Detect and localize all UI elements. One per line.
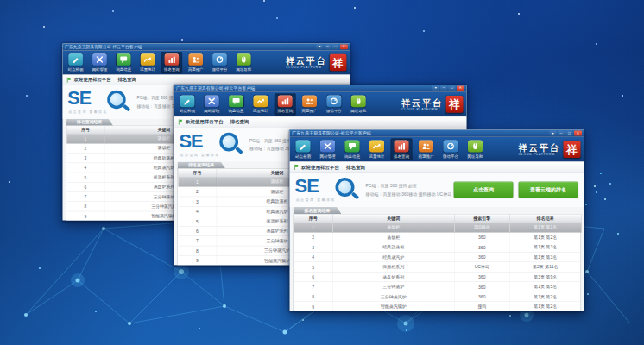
toolbar-item-label: 流量统计 xyxy=(369,154,385,160)
table-row[interactable]: 3经典款蒸柜360第1页 第3名 xyxy=(294,242,581,253)
tab-ranking-results[interactable]: 排名查询结果 xyxy=(66,119,113,126)
toolbar-item-traffic-stats[interactable]: 流量统计 xyxy=(249,93,271,115)
maximize-button[interactable]: □ xyxy=(332,44,339,49)
toolbar-item-site-nav[interactable]: 网址导航 xyxy=(233,52,254,73)
main-toolbar: 站点检测 网站管理 询盘信息 流量统计 xyxy=(174,92,466,116)
maximize-button[interactable]: □ xyxy=(449,85,456,91)
close-button[interactable]: ✕ xyxy=(340,44,348,49)
toolbar-item-ranking-query[interactable]: 排名查询 xyxy=(161,52,182,73)
chat-bubble-icon xyxy=(117,53,131,66)
table-row[interactable]: 9智能蒸汽锅炉搜狗第1页 第2名 xyxy=(294,302,581,311)
toolbar-item-traffic-stats[interactable]: 流量统计 xyxy=(137,52,158,73)
main-toolbar: 站点检测 网站管理 询盘信息 流量统计 xyxy=(290,137,584,162)
toolbar-item-inquiry-info[interactable]: 询盘信息 xyxy=(342,138,363,160)
users-icon xyxy=(188,53,203,66)
minimize-button[interactable]: ─ xyxy=(558,131,565,136)
table-cell: 3 xyxy=(294,242,332,253)
table-row[interactable]: 4经典蒸汽炉360第1页 第3名 xyxy=(294,252,581,262)
breadcrumb: 欢迎使用祥云平台 排名查询 xyxy=(290,162,584,173)
table-row[interactable]: 1蒸饭柜360移动第1页 第1名 xyxy=(294,223,581,233)
toolbar-item-ranking-query[interactable]: 排名查询 xyxy=(275,93,296,115)
line-chart-icon xyxy=(369,140,384,152)
toolbar-item-site-nav[interactable]: 网址导航 xyxy=(348,93,369,115)
toolbar-item-site-manage[interactable]: 网站管理 xyxy=(201,93,223,115)
toolbar-item-wechat-platform[interactable]: 微信平台 xyxy=(209,52,230,73)
tab-ranking-results[interactable]: 排名查询结果 xyxy=(294,207,342,214)
toolbar-item-site-check[interactable]: 站点检测 xyxy=(293,138,314,160)
view-cloud-ranking-button[interactable]: 查看云端的排名 xyxy=(519,182,578,198)
minimize-button[interactable]: ─ xyxy=(440,85,447,91)
table-row[interactable]: 2蒸饭柜360第1页 第2名 xyxy=(294,232,581,242)
flag-icon xyxy=(178,119,182,124)
tools-icon xyxy=(205,95,219,107)
bar-chart-icon xyxy=(278,95,293,107)
results-table: 序号 关键词 搜索引擎 排名结果 1蒸饭柜360移动第1页 第1名2蒸饭柜360… xyxy=(294,214,581,311)
table-cell: 4 xyxy=(178,206,217,216)
toolbar-item-alliance-promo[interactable]: 商盟推广 xyxy=(415,138,437,160)
toolbar-item-wechat-platform[interactable]: 微信平台 xyxy=(323,93,344,115)
table-row[interactable]: 5保温柜系列UC神马第2页 第11名 xyxy=(294,262,581,273)
toolbar-item-alliance-promo[interactable]: 商盟推广 xyxy=(299,93,320,115)
table-row[interactable]: 8三分钟蒸汽炉360第1页 第2名 xyxy=(294,292,581,302)
query-button[interactable]: 点击查询 xyxy=(454,182,514,198)
toolbar-item-site-manage[interactable]: 网站管理 xyxy=(317,138,338,160)
toolbar-item-wechat-platform[interactable]: 微信平台 xyxy=(440,138,462,160)
toolbar-item-site-manage[interactable]: 网站管理 xyxy=(89,52,110,73)
magnifier-handle xyxy=(123,104,130,112)
seo-tagline: 点击查询 查看排名 xyxy=(296,198,337,203)
menu-arrow-button[interactable]: ▾ xyxy=(550,131,557,136)
column-header-index: 序号 xyxy=(178,169,217,177)
window-title: 广东九鼎王厨具有限公司-祥云平台客户端 xyxy=(292,130,550,136)
table-cell: 7 xyxy=(66,192,104,202)
toolbar-item-label: 流量统计 xyxy=(140,66,155,72)
toolbar-item-label: 站点检测 xyxy=(68,66,84,72)
table-cell: 1 xyxy=(294,223,332,233)
search-engine-info: PC端：百度 360 搜狗 必应 移动端：百度移动 360移动 搜狗移动 UC神… xyxy=(366,182,452,198)
toolbar-item-inquiry-info[interactable]: 询盘信息 xyxy=(225,93,247,115)
toolbar-item-label: 站点检测 xyxy=(180,109,195,114)
window-titlebar[interactable]: 广东九鼎王厨具有限公司-祥云平台客户端 ▾ ─ □ ✕ xyxy=(174,85,466,91)
window-titlebar[interactable]: 广东九鼎王厨具有限公司-祥云平台客户端 ▾ ─ □ ✕ xyxy=(290,130,584,138)
toolbar-item-label: 网站管理 xyxy=(320,154,336,160)
window-titlebar[interactable]: 广东九鼎王厨具有限公司-祥云平台客户端 ▾ ─ □ ✕ xyxy=(62,43,350,50)
toolbar-item-traffic-stats[interactable]: 流量统计 xyxy=(366,138,388,160)
maximize-button[interactable]: □ xyxy=(566,131,573,136)
menu-arrow-button[interactable]: ▾ xyxy=(432,85,439,91)
table-cell: 保温柜系列 xyxy=(332,262,454,273)
toolbar-item-label: 排名查询 xyxy=(164,66,180,72)
table-cell: 5 xyxy=(294,262,332,273)
table-cell: 9 xyxy=(178,256,217,266)
tab-ranking-results[interactable]: 排名查询结果 xyxy=(177,161,225,168)
table-cell: 蒸盘炉系列 xyxy=(332,272,454,282)
toolbar-item-ranking-query[interactable]: 排名查询 xyxy=(391,138,413,160)
toolbar-item-label: 网址导航 xyxy=(468,154,483,160)
table-cell: 2 xyxy=(66,143,104,153)
toolbar-item-label: 流量统计 xyxy=(253,109,268,114)
table-cell: 蒸饭柜 xyxy=(332,223,454,233)
toolbar-item-site-check[interactable]: 站点检测 xyxy=(176,93,198,115)
magnifier-handle xyxy=(235,147,243,154)
breadcrumb: 欢迎使用祥云平台 排名查询 xyxy=(174,116,466,127)
menu-arrow-button[interactable]: ▾ xyxy=(316,44,323,49)
table-row[interactable]: 7三分钟蒸炉360第1页 第5名 xyxy=(294,282,581,292)
tools-icon xyxy=(92,53,107,66)
toolbar-item-label: 微信平台 xyxy=(212,66,228,72)
table-cell: 8 xyxy=(66,202,104,211)
window-controls: ▾ ─ □ ✕ xyxy=(316,44,348,49)
table-row[interactable]: 6蒸盘炉系列360第3页 第9名 xyxy=(294,272,581,282)
toolbar-item-alliance-promo[interactable]: 商盟推广 xyxy=(185,52,205,73)
toolbar-item-site-check[interactable]: 站点检测 xyxy=(65,52,85,73)
mouse-icon xyxy=(468,140,483,152)
close-button[interactable]: ✕ xyxy=(457,85,464,91)
toolbar-item-site-nav[interactable]: 网址导航 xyxy=(464,138,486,160)
toolbar-item-inquiry-info[interactable]: 询盘信息 xyxy=(113,52,134,73)
close-button[interactable]: ✕ xyxy=(574,131,582,136)
minimize-button[interactable]: ─ xyxy=(325,44,331,49)
table-cell: 智能蒸汽锅炉 xyxy=(332,302,454,311)
toolbar-item-label: 站点检测 xyxy=(295,154,311,160)
column-header-index: 序号 xyxy=(294,215,332,223)
results-table-body: 1蒸饭柜360移动第1页 第1名2蒸饭柜360第1页 第2名3经典款蒸柜360第… xyxy=(294,223,581,311)
breadcrumb-page: 排名查询 xyxy=(346,164,365,171)
toolbar-item-label: 网站管理 xyxy=(204,109,219,114)
flag-icon xyxy=(66,77,71,82)
